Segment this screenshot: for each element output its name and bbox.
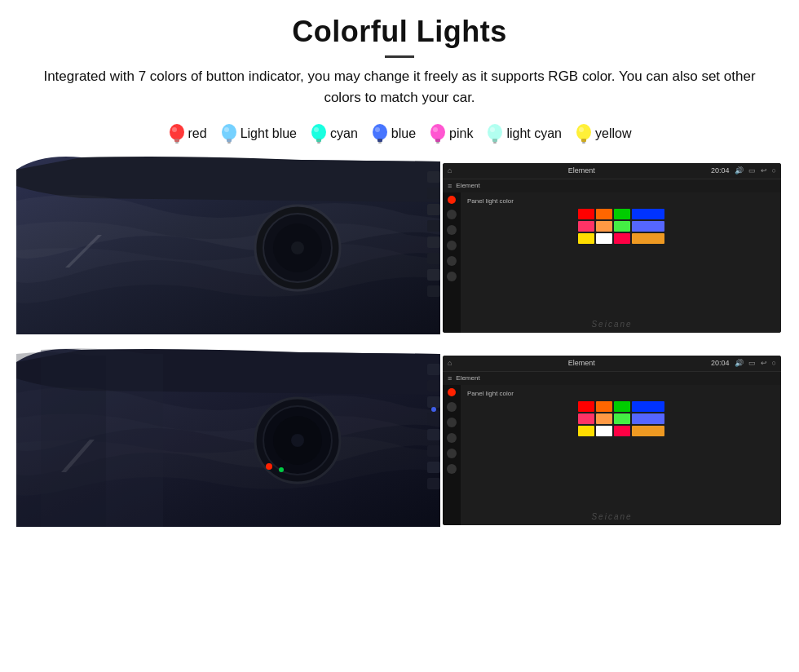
screen-panel-2: ⌂ Element 20:04 🔊 ▭ ↩ ○ ≡ Element <box>443 356 781 525</box>
svg-rect-47 <box>427 380 440 391</box>
color-item-pink: pink <box>429 122 473 145</box>
sidebar-dot-1e <box>447 256 457 266</box>
page: Colorful Lights Integrated with 7 colors… <box>0 0 799 672</box>
svg-rect-13 <box>377 139 382 142</box>
svg-rect-10 <box>317 142 320 144</box>
blue-bulb-icon <box>371 122 389 145</box>
svg-rect-34 <box>427 204 440 215</box>
svg-point-8 <box>311 124 326 140</box>
color-grid-row2-2 <box>578 413 664 424</box>
back-icon-2: ↩ <box>761 359 767 367</box>
sidebar-dot-1c <box>447 225 457 235</box>
color-label-lightcyan: light cyan <box>506 126 562 141</box>
back-icon-1: ↩ <box>761 166 767 175</box>
svg-rect-22 <box>493 142 497 144</box>
color-item-blue: blue <box>371 122 416 145</box>
sidebar-dot-1b <box>447 210 457 219</box>
svg-rect-1 <box>174 139 179 142</box>
color-grid-row2-1 <box>578 401 664 412</box>
color-grid-row-3 <box>578 233 664 244</box>
c2c7 <box>614 413 630 424</box>
color-label-pink: pink <box>449 126 473 141</box>
svg-rect-33 <box>427 188 440 199</box>
color-grid-row-1 <box>578 209 664 219</box>
lightblue-bulb-icon <box>220 122 238 145</box>
speaker-icon-2: 🔊 <box>735 359 744 367</box>
color-indicators-row: red Light blue cyan <box>0 122 799 145</box>
cc12 <box>632 233 664 244</box>
screen-body-2: Panel light color <box>443 385 781 525</box>
cc8 <box>632 221 664 232</box>
cc2 <box>596 209 612 219</box>
svg-point-15 <box>375 127 380 132</box>
sidebar-dot-2f <box>447 464 457 474</box>
screen-time-1: 20:04 <box>711 166 730 175</box>
color-grid-1 <box>578 209 664 244</box>
c2c6 <box>596 413 612 424</box>
watermark-1: Seicane <box>591 320 632 329</box>
svg-rect-5 <box>227 139 232 142</box>
svg-point-19 <box>433 127 438 132</box>
sidebar-dot-2d <box>447 433 457 443</box>
svg-rect-48 <box>427 396 440 408</box>
sidebar-dot-2e <box>447 449 457 458</box>
svg-point-27 <box>579 127 584 132</box>
svg-point-24 <box>576 124 591 140</box>
home2-icon-1: ○ <box>772 166 776 175</box>
sidebar-dot-1d <box>447 241 457 250</box>
c2c10 <box>596 426 612 436</box>
home2-icon-2: ○ <box>772 359 776 367</box>
cc1 <box>578 209 594 219</box>
car-panel-1: ⌂ Element 20:04 🔊 ▭ ↩ ○ ≡ Element <box>16 153 783 343</box>
c2c5 <box>578 413 594 424</box>
screen-title-2: Element <box>457 359 706 367</box>
svg-rect-18 <box>436 142 439 144</box>
svg-rect-6 <box>227 142 231 144</box>
screen-icon-1: ▭ <box>748 166 756 175</box>
svg-rect-21 <box>492 139 497 142</box>
screen-sub-text-1: Element <box>456 182 479 189</box>
page-title: Colorful Lights <box>0 15 799 49</box>
svg-point-20 <box>488 124 502 140</box>
screen-right-content-2: Panel light color <box>461 385 781 525</box>
description-text: Integrated with 7 colors of button indic… <box>0 66 799 109</box>
screen-subbar-1: ≡ Element <box>443 179 781 192</box>
screen-panel-1: ⌂ Element 20:04 🔊 ▭ ↩ ○ ≡ Element <box>443 163 781 333</box>
color-grid-2 <box>578 401 664 436</box>
screen-time-2: 20:04 <box>711 359 730 367</box>
c2c3 <box>614 401 630 412</box>
svg-rect-35 <box>427 220 440 232</box>
cc3 <box>614 209 630 219</box>
yellow-bulb-icon <box>575 122 593 145</box>
cc11 <box>614 233 630 244</box>
panel-light-title-2: Panel light color <box>467 390 514 397</box>
cc5 <box>578 221 594 232</box>
svg-point-12 <box>373 124 387 140</box>
color-item-red: red <box>168 122 207 145</box>
cc6 <box>596 221 612 232</box>
sidebar-dot-2a <box>448 388 456 396</box>
svg-point-3 <box>172 127 177 132</box>
svg-rect-37 <box>427 253 440 264</box>
sidebar-dot-2c <box>447 418 457 427</box>
c2c1 <box>578 401 594 412</box>
svg-point-43 <box>291 434 304 447</box>
cc9 <box>578 233 594 244</box>
home-icon-1: ⌂ <box>448 166 452 175</box>
svg-rect-46 <box>427 364 440 375</box>
screen-left-sidebar-1 <box>443 192 461 333</box>
sidebar-dot-2b <box>447 402 457 412</box>
cc4 <box>632 209 664 219</box>
screen-icon-2: ▭ <box>748 359 756 367</box>
svg-point-45 <box>279 467 284 472</box>
svg-rect-26 <box>582 142 585 144</box>
color-item-yellow: yellow <box>575 122 631 145</box>
header: Colorful Lights Integrated with 7 colors… <box>0 0 799 122</box>
screen-body-1: Panel light color <box>443 192 781 333</box>
screen-sub-text-2: Element <box>456 374 479 382</box>
svg-point-4 <box>222 124 236 140</box>
cyan-bulb-icon <box>310 122 328 145</box>
watermark-2: Seicane <box>591 512 632 521</box>
speaker-icon-1: 🔊 <box>735 166 744 175</box>
screen-topbar-2: ⌂ Element 20:04 🔊 ▭ ↩ ○ <box>443 356 781 372</box>
